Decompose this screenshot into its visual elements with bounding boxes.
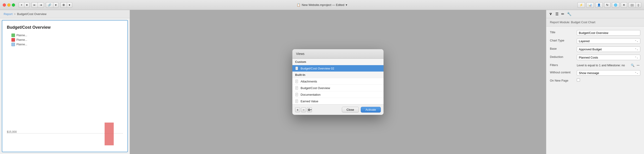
right-panel-title: Report Module: Budget Cost Chart <box>550 20 595 24</box>
chart-y-label: $15,000 <box>7 130 17 134</box>
title-field[interactable]: Budget/Cost Overview <box>577 30 640 36</box>
indent-button-group: ⇤ ⇥ <box>32 2 44 8</box>
base-chevron: ⌃⌄ <box>635 48 638 50</box>
doc-icon-2 <box>295 80 299 83</box>
breadcrumb-report[interactable]: Report <box>4 12 12 16</box>
left-panel: Report > Budget/Cost Overview Budget/Cos… <box>0 10 130 154</box>
without-content-prop-row: Without content Show message ⌃⌄ <box>550 70 640 76</box>
modal-list-item-builtin-4[interactable]: Earned Value <box>292 98 384 104</box>
main-layout: Report > Budget/Cost Overview Budget/Cos… <box>0 10 644 154</box>
base-select[interactable]: Approved Budget ⌃⌄ <box>577 46 640 52</box>
modal-gear-button[interactable]: ⚙▾ <box>307 107 312 112</box>
chart-type-chevron: ⌃⌄ <box>635 40 638 42</box>
chart-type-value: Layered ⌃⌄ <box>577 38 640 44</box>
maximize-button[interactable] <box>12 4 15 6</box>
builtin-section-header: Built-In <box>292 72 384 78</box>
close-modal-button[interactable]: Close <box>342 107 359 112</box>
add-chevron-button[interactable]: ▾ <box>24 2 30 8</box>
title-prop-value: Budget/Cost Overview <box>577 30 640 36</box>
builtin-item-3-label: Documentation <box>300 93 320 96</box>
without-content-select[interactable]: Show message ⌃⌄ <box>577 70 640 76</box>
modal-footer: + − ⚙▾ Close Activate <box>292 104 384 115</box>
legend-label-2: Planne... <box>16 38 27 42</box>
gear-button[interactable]: ⚙ <box>60 2 67 8</box>
add-button[interactable]: + <box>19 2 24 8</box>
link-button[interactable]: 🔗 <box>46 2 53 8</box>
deduction-select[interactable]: Planned Costs ⌃⌄ <box>577 55 640 60</box>
base-value: Approved Budget ⌃⌄ <box>577 46 640 52</box>
chart-button[interactable]: 📊 <box>586 2 594 8</box>
middle-panel: Views Custom <box>130 10 546 154</box>
chart-area: Budget/Cost Overview Planne... Planne...… <box>2 20 128 152</box>
title-bar: + ▾ ⇤ ⇥ 🔗 ▾ ⚙ ▾ 📋 New Website.mproject —… <box>0 0 644 10</box>
single-view-button[interactable]: ▯ <box>636 2 641 8</box>
minimize-button[interactable] <box>7 4 10 6</box>
title-chevron-icon[interactable]: ▾ <box>346 3 347 6</box>
on-new-page-label: On New Page <box>550 78 575 82</box>
custom-item-1-label: Budget/Cost Overview 02 <box>300 67 334 70</box>
activate-button[interactable]: Activate <box>361 107 381 112</box>
split-view-button[interactable]: ▯▯ <box>628 2 636 8</box>
view-toggle-group: ▯▯ ▯ <box>628 2 641 8</box>
modal-list-item-custom-1[interactable]: Budget/Cost Overview 02 <box>292 65 384 72</box>
outdent-button[interactable]: ⇤ <box>32 2 38 8</box>
builtin-item-4-label: Earned Value <box>300 100 318 103</box>
deduction-value: Planned Costs ⌃⌄ <box>577 55 640 60</box>
filter-clear-button[interactable]: — <box>636 63 640 68</box>
legend-item-3: Planne... <box>12 42 27 46</box>
legend-label-3: Planne... <box>16 43 27 46</box>
indent-button[interactable]: ⇥ <box>38 2 44 8</box>
without-content-chevron: ⌃⌄ <box>635 72 638 74</box>
right-toolbar-left: ⛛ ☰ ✏ 🔧 <box>549 12 572 16</box>
modal-list-item-builtin-3[interactable]: Documentation <box>292 91 384 98</box>
on-new-page-prop-row: On New Page <box>550 78 640 82</box>
gear-button-group: ⚙ ▾ <box>60 2 72 8</box>
breadcrumb: Report > Budget/Cost Overview <box>0 10 130 18</box>
on-new-page-checkbox[interactable] <box>577 78 580 82</box>
filter-icon[interactable]: ⛛ <box>549 12 552 16</box>
on-new-page-value <box>577 78 640 82</box>
base-label: Base <box>550 46 575 50</box>
pencil-icon[interactable]: ✏ <box>561 12 564 16</box>
add-view-button[interactable]: + <box>295 107 300 112</box>
builtin-item-2-label: Budget/Cost Overview <box>300 86 330 90</box>
title-prop-label: Title <box>550 30 575 34</box>
link-chevron-button[interactable]: ▾ <box>53 2 58 8</box>
filter-search-button[interactable]: 🔍 <box>630 63 635 68</box>
window-title-icon: 📋 <box>297 3 300 6</box>
chart-legend: Planne... Planne... Planne... <box>12 34 27 46</box>
user-button[interactable]: 👤 <box>595 2 603 8</box>
title-prop-row: Title Budget/Cost Overview <box>550 30 640 36</box>
close-button[interactable] <box>3 4 6 6</box>
filters-label: Filters <box>550 63 575 67</box>
modal-list-item-builtin-2[interactable]: Budget/Cost Overview <box>292 85 384 91</box>
modal-list-item-builtin-1[interactable]: Attachments <box>292 78 384 85</box>
deduction-label: Deduction <box>550 55 575 58</box>
close-x-button[interactable]: ✕ <box>621 2 627 8</box>
chart-type-prop-row: Chart Type Layered ⌃⌄ <box>550 38 640 44</box>
chart-type-label: Chart Type <box>550 38 575 42</box>
deduction-chevron: ⌃⌄ <box>635 56 638 59</box>
chart-bar <box>104 122 114 145</box>
list-icon[interactable]: ☰ <box>555 12 558 16</box>
globe-button[interactable]: 🌐 <box>612 2 620 8</box>
title-bar-left: + ▾ ⇤ ⇥ 🔗 ▾ ⚙ ▾ <box>3 2 72 8</box>
builtin-item-1-label: Attachments <box>300 80 317 83</box>
modal-list: Custom Budget/Cost Overview 02 <box>292 58 384 104</box>
modal-title-bar: Views <box>292 49 384 58</box>
link-button-group: 🔗 ▾ <box>46 2 58 8</box>
lightning-button[interactable]: ⚡ <box>578 2 585 8</box>
chart-type-select[interactable]: Layered ⌃⌄ <box>577 38 640 44</box>
legend-item-2: Planne... <box>12 38 27 42</box>
properties-panel: Title Budget/Cost Overview Chart Type La… <box>546 26 644 154</box>
breadcrumb-separator: > <box>14 12 16 16</box>
legend-label-1: Planne... <box>16 34 27 37</box>
doc-icon-3 <box>295 86 299 90</box>
doc-icon-4 <box>295 93 299 96</box>
gear-chevron-button[interactable]: ▾ <box>67 2 72 8</box>
refresh-button[interactable]: ↻ <box>604 2 610 8</box>
wrench-icon[interactable]: 🔧 <box>567 12 572 16</box>
remove-view-button[interactable]: − <box>301 107 306 112</box>
add-button-group: + ▾ <box>19 2 30 8</box>
filters-text: Level is equal to 1 and Milestone: no <box>577 64 630 67</box>
